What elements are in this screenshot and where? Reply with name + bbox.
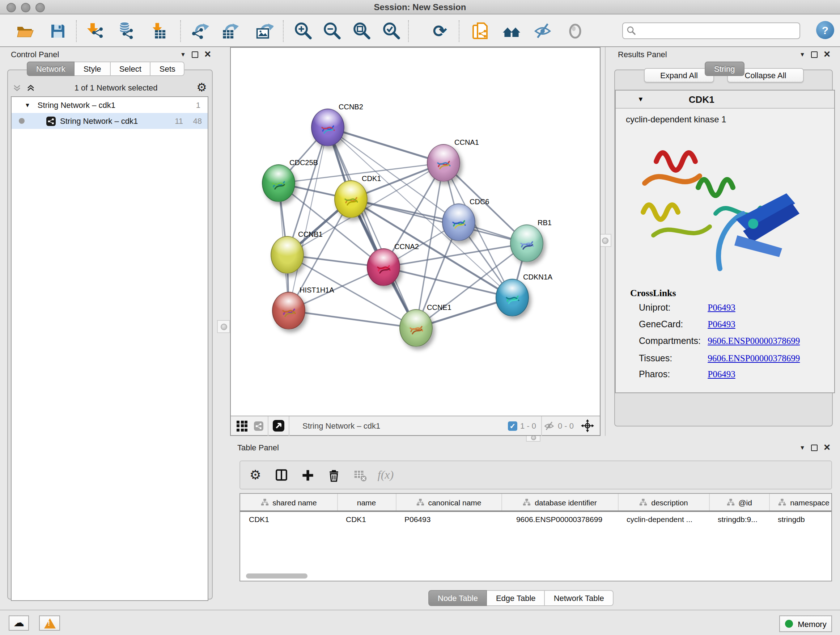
collection-expander-icon[interactable]: ▼ bbox=[25, 102, 30, 108]
network-collection-row[interactable]: ▼ String Network – cdk1 1 bbox=[11, 97, 208, 113]
network-edge-CCNE1-HIST1H1A[interactable] bbox=[289, 310, 416, 328]
network-edge-CCNB2-HIST1H1A[interactable] bbox=[289, 127, 328, 310]
network-node-CCNA2[interactable] bbox=[367, 249, 400, 286]
column-header[interactable]: @id bbox=[709, 494, 769, 511]
maximize-panel-icon[interactable] bbox=[811, 51, 818, 57]
show-labels-button[interactable] bbox=[564, 19, 587, 43]
protein-structure-image bbox=[629, 127, 817, 285]
network-edge-CDK1-RB1[interactable] bbox=[351, 199, 527, 243]
expand-all-icon[interactable] bbox=[26, 83, 35, 92]
cell-id[interactable]: stringdb:9... bbox=[709, 511, 769, 526]
tab-edge-table[interactable]: Edge Table bbox=[487, 590, 545, 606]
left-splitter-handle[interactable] bbox=[217, 320, 230, 333]
network-home-button[interactable] bbox=[499, 19, 523, 43]
close-panel-icon[interactable]: ✕ bbox=[823, 443, 831, 452]
expand-all-button[interactable]: Expand All bbox=[644, 68, 714, 82]
column-header[interactable]: namespace bbox=[769, 494, 832, 511]
cell-description[interactable]: cyclin-dependent ... bbox=[618, 511, 709, 526]
network-edge-CCNB2-CCNE1[interactable] bbox=[328, 127, 416, 328]
close-panel-icon[interactable]: ✕ bbox=[823, 50, 831, 59]
function-builder-button[interactable]: f(x) bbox=[375, 464, 396, 486]
float-panel-icon[interactable]: ▼ bbox=[799, 51, 805, 57]
network-node-CDC6[interactable] bbox=[442, 203, 475, 241]
zoom-selected-button[interactable] bbox=[380, 19, 403, 43]
network-node-RB1[interactable] bbox=[510, 225, 543, 262]
create-column-button[interactable] bbox=[297, 464, 318, 486]
fit-selected-crosshair-icon[interactable] bbox=[581, 419, 594, 432]
crosslink-link[interactable]: P06493 bbox=[707, 319, 735, 329]
crosslink-link[interactable]: 9606.ENSP00000378699 bbox=[707, 353, 800, 363]
export-network-button[interactable] bbox=[188, 19, 211, 43]
crosslink-link[interactable]: P06493 bbox=[707, 302, 735, 313]
column-header[interactable]: canonical name bbox=[396, 494, 501, 511]
memory-button[interactable]: Memory bbox=[779, 616, 832, 632]
network-node-CCNE1[interactable] bbox=[399, 309, 433, 347]
network-node-CCNB1[interactable] bbox=[271, 236, 304, 274]
zoom-fit-button[interactable] bbox=[350, 19, 373, 43]
zoom-in-button[interactable] bbox=[292, 19, 315, 43]
gene-header-row[interactable]: ▼ CDK1 bbox=[616, 90, 834, 109]
import-network-file-button[interactable] bbox=[82, 19, 106, 43]
collapse-all-icon[interactable] bbox=[12, 83, 22, 92]
cell-namespace[interactable]: stringdb bbox=[769, 511, 832, 526]
cloud-button[interactable]: ☁ bbox=[9, 616, 29, 631]
birds-eye-view-icon[interactable] bbox=[273, 420, 284, 432]
table-row[interactable]: CDK1 CDK1 P06493 9606.ENSP00000378699 cy… bbox=[240, 511, 832, 526]
delete-table-button[interactable] bbox=[349, 464, 370, 486]
tab-style[interactable]: Style bbox=[75, 62, 111, 76]
refresh-button[interactable]: ⟳ bbox=[428, 19, 452, 43]
network-node-CCNB2[interactable] bbox=[311, 109, 344, 146]
tab-sets[interactable]: Sets bbox=[151, 62, 185, 76]
table-options-button[interactable]: ⚙ bbox=[245, 464, 266, 486]
network-canvas[interactable]: CCNB2CCNA1CDC25BCDK1CDC6RB1CCNB1CCNA2CDK… bbox=[231, 48, 600, 416]
network-edge-CCNB2-CCNA1[interactable] bbox=[328, 127, 444, 163]
share-document-button[interactable] bbox=[469, 19, 492, 43]
cell-canonical-name[interactable]: P06493 bbox=[396, 511, 501, 526]
selected-checkbox-icon[interactable]: ✓ bbox=[508, 421, 517, 431]
crosslink-link[interactable]: P06493 bbox=[707, 369, 735, 379]
import-table-button[interactable] bbox=[146, 19, 169, 43]
save-session-button[interactable] bbox=[46, 19, 69, 43]
crosslink-link[interactable]: 9606.ENSP00000378699 bbox=[707, 336, 800, 346]
export-image-button[interactable] bbox=[253, 19, 276, 43]
maximize-panel-icon[interactable] bbox=[192, 51, 198, 57]
tab-string[interactable]: String bbox=[705, 62, 745, 76]
network-node-CDK1[interactable] bbox=[334, 180, 368, 218]
network-edge-CCNA2-CDKN1A[interactable] bbox=[384, 267, 512, 298]
hide-labels-button[interactable] bbox=[532, 19, 555, 43]
delete-column-button[interactable] bbox=[323, 464, 344, 486]
gene-expander-icon[interactable]: ▼ bbox=[638, 96, 644, 103]
network-node-HIST1H1A[interactable] bbox=[272, 292, 305, 329]
cell-name[interactable]: CDK1 bbox=[337, 511, 396, 526]
column-header[interactable]: database identifier bbox=[501, 494, 618, 511]
network-node-CCNA1[interactable] bbox=[427, 144, 460, 182]
close-panel-icon[interactable]: ✕ bbox=[204, 50, 211, 59]
cell-shared-name[interactable]: CDK1 bbox=[240, 511, 337, 526]
network-row[interactable]: String Network – cdk1 11 48 bbox=[11, 113, 208, 129]
float-panel-icon[interactable]: ▼ bbox=[180, 51, 186, 57]
help-button[interactable]: ? bbox=[816, 21, 834, 39]
maximize-panel-icon[interactable] bbox=[811, 444, 818, 451]
tab-network[interactable]: Network bbox=[27, 62, 75, 76]
column-header[interactable]: description bbox=[618, 494, 709, 511]
tab-select[interactable]: Select bbox=[111, 62, 151, 76]
import-network-database-button[interactable] bbox=[113, 19, 136, 43]
network-options-gear-icon[interactable]: ⚙ bbox=[196, 82, 207, 93]
warnings-button[interactable] bbox=[39, 616, 60, 631]
horizontal-scrollbar[interactable] bbox=[246, 573, 308, 578]
float-panel-icon[interactable]: ▼ bbox=[799, 444, 805, 451]
cell-database-identifier[interactable]: 9606.ENSP00000378699 bbox=[501, 511, 618, 526]
zoom-out-button[interactable] bbox=[321, 19, 344, 43]
tab-node-table[interactable]: Node Table bbox=[428, 590, 487, 606]
show-columns-button[interactable] bbox=[271, 464, 292, 486]
grid-view-icon[interactable] bbox=[237, 420, 248, 431]
export-table-button[interactable] bbox=[218, 19, 241, 43]
open-session-button[interactable] bbox=[14, 19, 37, 43]
tab-network-table[interactable]: Network Table bbox=[545, 590, 614, 606]
search-input[interactable] bbox=[636, 26, 799, 36]
network-share-icon[interactable] bbox=[254, 421, 264, 431]
network-node-CDKN1A[interactable] bbox=[496, 279, 529, 317]
column-header[interactable]: shared name bbox=[240, 494, 337, 511]
column-header[interactable]: name bbox=[337, 494, 396, 511]
network-node-CDC25B[interactable] bbox=[262, 165, 295, 202]
